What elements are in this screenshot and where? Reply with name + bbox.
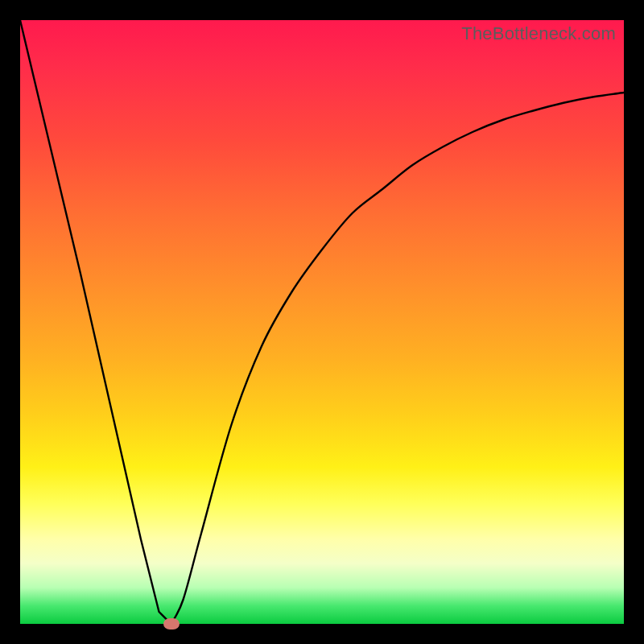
bottleneck-curve bbox=[20, 20, 624, 624]
watermark-text: TheBottleneck.com bbox=[461, 23, 616, 44]
plot-area: TheBottleneck.com bbox=[20, 20, 624, 624]
chart-frame: TheBottleneck.com bbox=[0, 0, 644, 644]
minimum-marker bbox=[163, 618, 180, 630]
